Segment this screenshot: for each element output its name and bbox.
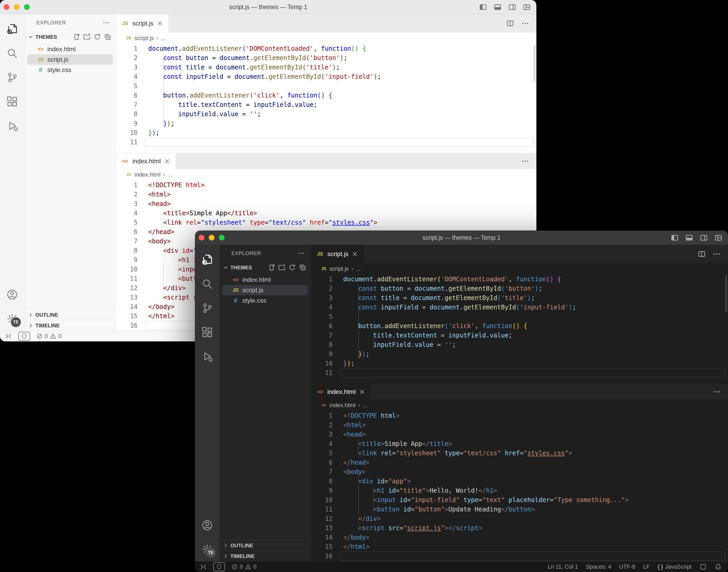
account-icon[interactable]	[195, 513, 219, 537]
eol-indicator[interactable]: LF	[643, 563, 650, 570]
new-file-icon[interactable]	[268, 264, 275, 271]
current-line-highlight	[340, 552, 725, 561]
new-folder-icon[interactable]	[83, 33, 90, 41]
zoom-window-button[interactable]	[219, 235, 225, 240]
problems-indicator[interactable]: 0 0	[231, 563, 257, 570]
close-tab-icon[interactable]	[352, 251, 358, 258]
remote-icon[interactable]	[5, 333, 12, 340]
collapse-all-icon[interactable]	[299, 264, 306, 271]
encoding[interactable]: UTF-8	[619, 563, 635, 570]
close-window-button[interactable]	[4, 4, 9, 10]
extension-status-icon[interactable]	[700, 563, 707, 570]
line-number: 1	[116, 181, 138, 190]
breadcrumb-file: script.js	[134, 35, 154, 42]
folder-section-themes[interactable]: THEMES	[219, 262, 310, 274]
collapse-all-icon[interactable]	[104, 33, 111, 41]
tab-index-html[interactable]: <> index.html	[311, 384, 371, 400]
code-line: 3<head>	[311, 430, 728, 439]
error-icon	[231, 564, 238, 570]
timeline-section[interactable]: TIMELINE	[219, 551, 310, 561]
more-actions-icon[interactable]	[102, 19, 110, 26]
more-actions-icon[interactable]	[713, 250, 721, 258]
close-tab-icon[interactable]	[156, 20, 163, 27]
problems-indicator[interactable]: 0 0	[37, 333, 62, 340]
split-editor-icon[interactable]	[698, 250, 706, 258]
tab-script-js[interactable]: JS script.js	[116, 14, 169, 32]
extensions-icon[interactable]	[0, 89, 24, 114]
remote-icon[interactable]	[200, 563, 207, 570]
code-line: 9 <h1 id="title">Hello, World!</h1>	[311, 486, 728, 495]
breadcrumb-script[interactable]: JS script.js › ...	[116, 32, 536, 44]
code-editor-index-html[interactable]: 1<!DOCTYPE html>2<html>3<head>4 <title>S…	[311, 411, 728, 561]
file-item-style-css[interactable]: #style.css	[222, 295, 308, 306]
tab-bar-script: JS script.js	[116, 14, 536, 32]
toggle-secondary-sidebar-icon[interactable]	[508, 3, 516, 11]
search-icon[interactable]	[195, 272, 219, 296]
titlebar[interactable]: script.js — themes — Temp 1	[195, 231, 728, 245]
breadcrumb-html[interactable]: <> index.html › ...	[116, 169, 536, 181]
toggle-panel-icon[interactable]	[494, 3, 502, 11]
run-debug-icon[interactable]	[0, 114, 24, 138]
tab-index-html[interactable]: <> index.html	[116, 153, 176, 169]
file-item-style-css[interactable]: #style.css	[27, 65, 113, 75]
workspace-trust-icon[interactable]	[213, 562, 225, 571]
search-icon[interactable]	[0, 41, 24, 65]
toggle-panel-icon[interactable]	[685, 234, 693, 241]
toggle-secondary-sidebar-icon[interactable]	[700, 234, 708, 241]
explorer-icon[interactable]	[195, 247, 219, 272]
indentation[interactable]: Spaces: 4	[586, 563, 611, 570]
folder-section-themes[interactable]: THEMES	[24, 31, 116, 43]
close-window-button[interactable]	[199, 235, 204, 240]
zoom-window-button[interactable]	[24, 4, 30, 10]
file-item-index-html[interactable]: <>index.html	[27, 44, 113, 54]
customize-layout-icon[interactable]	[715, 234, 722, 241]
more-actions-icon[interactable]	[521, 157, 529, 165]
new-folder-icon[interactable]	[278, 264, 286, 271]
split-editor-icon[interactable]	[506, 19, 514, 27]
file-item-index-html[interactable]: <>index.html	[222, 275, 308, 285]
titlebar[interactable]: script.js — themes — Temp 1	[0, 0, 536, 14]
tab-script-js[interactable]: JS script.js	[311, 245, 364, 263]
html-file-icon: <>	[316, 389, 324, 395]
line-number: 9	[116, 255, 138, 265]
close-tab-icon[interactable]	[164, 158, 170, 164]
more-actions-icon[interactable]	[521, 19, 529, 27]
profile-badge[interactable]: TE	[10, 317, 21, 328]
explorer-icon[interactable]	[0, 17, 24, 41]
refresh-icon[interactable]	[94, 33, 101, 41]
notifications-bell-icon[interactable]	[715, 563, 722, 570]
refresh-icon[interactable]	[289, 264, 296, 271]
minimize-window-button[interactable]	[14, 4, 19, 10]
toggle-primary-sidebar-icon[interactable]	[479, 3, 487, 11]
breadcrumb-script[interactable]: JS script.js › ...	[311, 263, 728, 275]
timeline-section[interactable]: TIMELINE	[24, 320, 116, 331]
code-editor-script-js[interactable]: 1document.addEventListener('DOMContentLo…	[116, 44, 536, 153]
extensions-icon[interactable]	[195, 320, 219, 344]
toggle-primary-sidebar-icon[interactable]	[671, 234, 678, 241]
outline-section[interactable]: OUTLINE	[24, 309, 116, 320]
chevron-down-icon	[27, 34, 34, 40]
file-item-script-js[interactable]: JSscript.js	[222, 285, 308, 295]
source-control-icon[interactable]	[0, 65, 24, 89]
new-file-icon[interactable]	[73, 33, 80, 41]
source-control-icon[interactable]	[195, 296, 219, 320]
line-number: 2	[311, 420, 333, 430]
breadcrumb-html[interactable]: <> index.html › ...	[311, 400, 728, 411]
timeline-label: TIMELINE	[230, 553, 254, 559]
account-icon[interactable]	[0, 282, 24, 306]
cursor-position[interactable]: Ln 11, Col 1	[548, 563, 578, 570]
run-debug-icon[interactable]	[195, 344, 219, 368]
profile-badge[interactable]: TE	[205, 547, 216, 558]
file-item-script-js[interactable]: JSscript.js	[27, 54, 113, 65]
close-tab-icon[interactable]	[359, 388, 366, 395]
workspace-trust-icon[interactable]	[18, 332, 30, 341]
code-editor-script-js[interactable]: 1document.addEventListener('DOMContentLo…	[311, 275, 728, 384]
minimize-window-button[interactable]	[209, 235, 215, 240]
customize-layout-icon[interactable]	[523, 3, 531, 11]
breadcrumb-more: ...	[363, 402, 367, 409]
language-mode[interactable]: { } JavaScript	[658, 563, 691, 570]
more-actions-icon[interactable]	[713, 388, 721, 396]
breadcrumb-more: ...	[161, 35, 166, 42]
outline-section[interactable]: OUTLINE	[219, 540, 310, 551]
more-actions-icon[interactable]	[297, 249, 305, 257]
